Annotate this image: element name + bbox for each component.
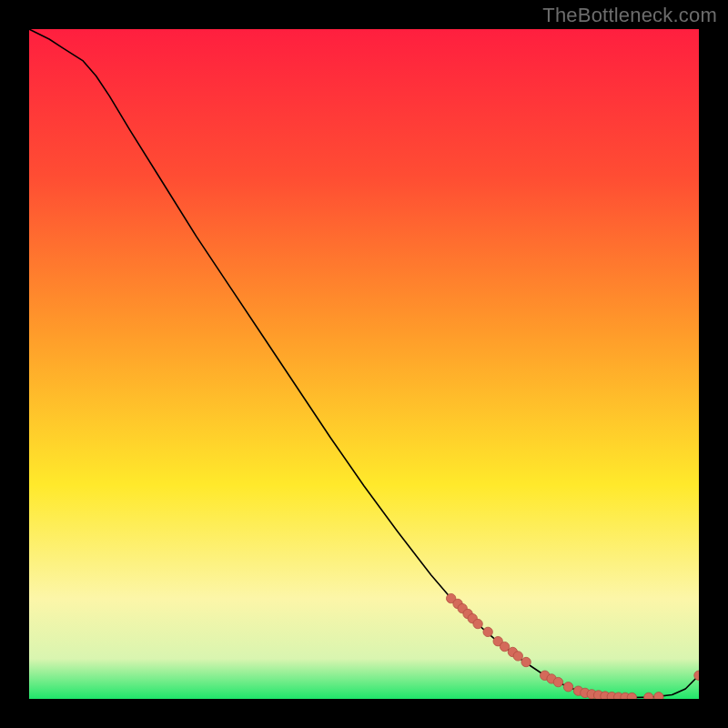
marker-dot: [483, 627, 492, 636]
plot-area: [29, 29, 699, 699]
marker-dot: [654, 693, 663, 699]
watermark-text: TheBottleneck.com: [542, 4, 717, 27]
marker-dot: [521, 657, 531, 666]
marker-dot: [553, 677, 562, 686]
marker-dot: [500, 642, 509, 651]
chart-stage: TheBottleneck.com: [0, 0, 728, 728]
marker-dot: [563, 682, 572, 692]
marker-dot: [627, 693, 636, 699]
marker-dot: [473, 619, 482, 628]
marker-dot: [644, 693, 653, 699]
marker-dot: [513, 652, 522, 661]
plot-svg: [29, 29, 699, 699]
